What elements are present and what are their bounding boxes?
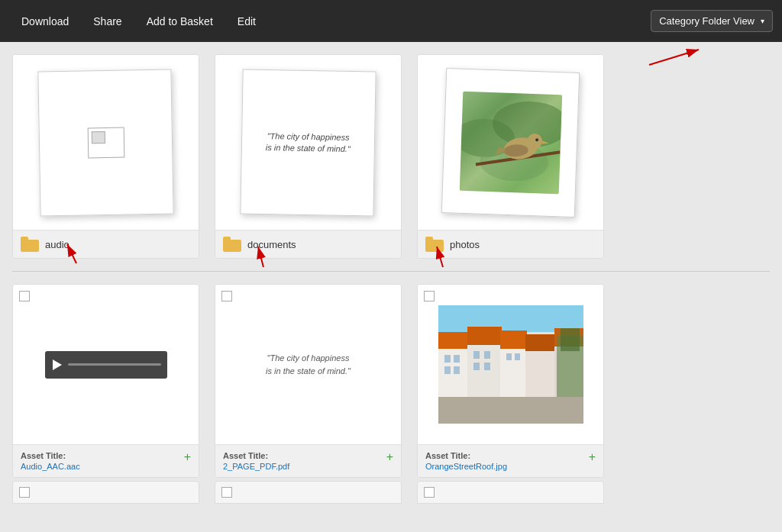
svg-rect-25: [454, 366, 460, 374]
document-quote-text: "The city of happinessis in the state of…: [263, 127, 354, 158]
folder-label-photos: photos: [418, 231, 603, 258]
asset-checkbox-audio[interactable]: [19, 291, 30, 301]
svg-rect-24: [444, 366, 451, 374]
view-selector-dropdown[interactable]: Category Folder View ▾: [651, 10, 773, 32]
svg-rect-19: [525, 334, 556, 351]
folder-section: audio "The city of happinessis in the st…: [12, 54, 770, 272]
polaroid-photos: [441, 68, 580, 218]
play-icon: [53, 360, 62, 370]
asset-title-value-audio[interactable]: Audio_AAC.aac: [21, 462, 80, 471]
chevron-down-icon: ▾: [761, 17, 764, 25]
folder-thumbnail-photos: [418, 55, 603, 231]
asset-card-audio: Asset Title: Audio_AAC.aac +: [12, 284, 199, 478]
asset-card-partial-3: [417, 481, 604, 504]
folder-body: [21, 240, 39, 252]
folder-name-audio: audio: [45, 239, 69, 250]
street-photo-svg: [438, 305, 583, 424]
asset-add-button-audio[interactable]: +: [184, 451, 191, 463]
svg-rect-17: [500, 330, 527, 349]
svg-rect-30: [506, 353, 512, 360]
folder-body: [425, 240, 444, 252]
asset-add-button-street[interactable]: +: [589, 451, 596, 463]
asset-footer-street: Asset Title: OrangeStreetRoof.jpg +: [418, 445, 603, 477]
asset-footer-audio: Asset Title: Audio_AAC.aac +: [13, 445, 199, 477]
asset-card-partial-2: [215, 481, 402, 504]
asset-add-button-document[interactable]: +: [386, 451, 393, 463]
play-button[interactable]: [51, 359, 63, 371]
asset-card-partial-1: [12, 481, 199, 504]
folder-name-photos: photos: [450, 239, 480, 250]
asset-card-street: Asset Title: OrangeStreetRoof.jpg +: [417, 284, 604, 478]
toolbar: Download Share Add to Basket Edit Catego…: [0, 0, 782, 42]
broken-image-icon: [87, 127, 124, 158]
audio-progress-bar: [68, 363, 161, 366]
folder-icon-documents: [223, 237, 241, 252]
folder-body: [223, 240, 241, 252]
asset-title-block-street: Asset Title: OrangeStreetRoof.jpg: [425, 451, 507, 471]
folder-label-audio: audio: [13, 231, 199, 258]
add-to-basket-button[interactable]: Add to Basket: [134, 9, 225, 34]
svg-rect-29: [484, 363, 490, 370]
svg-rect-13: [438, 332, 469, 349]
folder-card-photos[interactable]: photos: [417, 54, 604, 259]
asset-checkbox-partial-3[interactable]: [424, 487, 435, 498]
svg-rect-22: [444, 355, 451, 363]
asset-thumbnail-audio: [13, 285, 199, 445]
download-button[interactable]: Download: [9, 9, 81, 34]
folder-card-documents[interactable]: "The city of happinessis in the state of…: [215, 54, 402, 259]
asset-thumbnail-document: "The city of happinessis in the state of…: [215, 285, 401, 445]
folder-card-audio[interactable]: audio: [12, 54, 199, 259]
polaroid-documents: "The city of happinessis in the state of…: [240, 69, 376, 216]
folder-icon-photos: [425, 237, 444, 252]
assets-section: Asset Title: Audio_AAC.aac + "The city o…: [12, 284, 770, 478]
folder-thumbnail-audio: [13, 55, 199, 231]
content-area: audio "The city of happinessis in the st…: [0, 42, 782, 532]
folder-thumbnail-documents: "The city of happinessis in the state of…: [215, 55, 401, 231]
polaroid-audio: [37, 69, 173, 216]
asset-title-label: Asset Title:: [21, 451, 80, 460]
svg-rect-26: [473, 351, 480, 359]
svg-rect-31: [515, 353, 520, 360]
document-text: "The city of happinessis in the state of…: [266, 352, 351, 377]
svg-rect-28: [473, 363, 480, 370]
asset-footer-document: Asset Title: 2_PAGE_PDF.pdf +: [215, 445, 401, 477]
edit-button[interactable]: Edit: [225, 9, 268, 34]
asset-checkbox-partial-1[interactable]: [19, 487, 30, 498]
asset-title-label: Asset Title:: [425, 451, 507, 460]
asset-title-value-street[interactable]: OrangeStreetRoof.jpg: [425, 462, 507, 471]
asset-title-block-document: Asset Title: 2_PAGE_PDF.pdf: [223, 451, 289, 471]
asset-checkbox-document[interactable]: [221, 291, 232, 301]
svg-rect-34: [561, 328, 580, 351]
share-button[interactable]: Share: [81, 9, 134, 34]
folder-name-documents: documents: [247, 239, 296, 250]
bird-photo: [459, 91, 561, 193]
folder-icon-audio: [21, 237, 39, 252]
asset-thumbnail-street: [418, 285, 603, 445]
assets-bottom-row: [12, 481, 770, 504]
asset-checkbox-street[interactable]: [424, 291, 435, 301]
asset-title-label: Asset Title:: [223, 451, 289, 460]
asset-title-block-audio: Asset Title: Audio_AAC.aac: [21, 451, 80, 471]
svg-rect-15: [467, 327, 502, 345]
svg-rect-32: [438, 397, 583, 424]
folder-label-documents: documents: [215, 231, 401, 258]
svg-rect-23: [454, 355, 460, 363]
asset-title-value-document[interactable]: 2_PAGE_PDF.pdf: [223, 462, 289, 471]
bird-svg: [459, 91, 561, 193]
asset-checkbox-partial-2[interactable]: [221, 487, 232, 498]
asset-card-document: "The city of happinessis in the state of…: [215, 284, 402, 478]
audio-player[interactable]: [45, 351, 167, 379]
svg-rect-27: [484, 351, 490, 359]
view-selector-label: Category Folder View: [659, 15, 755, 27]
